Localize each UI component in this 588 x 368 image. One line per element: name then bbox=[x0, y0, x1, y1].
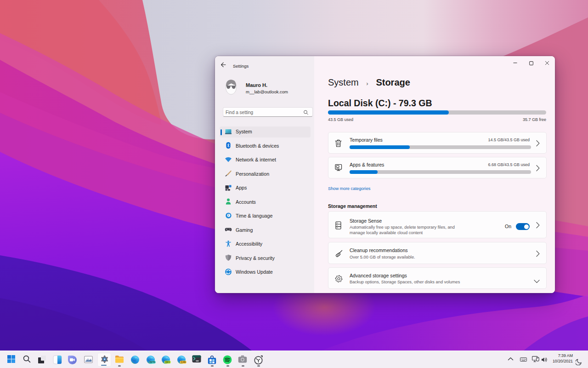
svg-text:DEV: DEV bbox=[165, 361, 170, 363]
svg-text:CAN: CAN bbox=[181, 361, 186, 363]
svg-text:BETA: BETA bbox=[149, 361, 155, 363]
